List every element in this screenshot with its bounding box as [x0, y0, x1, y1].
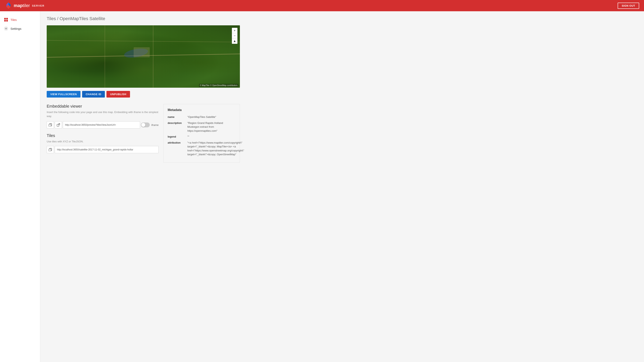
metadata-attribution-row: attribution "<a href=\"https://www.mapti…: [168, 141, 236, 156]
zoom-out-button[interactable]: −: [232, 33, 237, 38]
embed-url-row: iframe: [47, 121, 158, 128]
tiles-icon: [4, 18, 8, 22]
copy-icon: [49, 123, 52, 126]
metadata-attribution-val: "<a href=\"https://www.maptiler.com/copy…: [187, 141, 244, 156]
unpublish-button[interactable]: UNPUBLISH: [106, 91, 130, 97]
app-layout: Tiles Settings Tiles / OpenMapTiles Sate…: [0, 11, 644, 362]
metadata-name-key: name: [168, 115, 186, 119]
sign-out-button[interactable]: SIGN OUT: [618, 2, 639, 9]
compass-button[interactable]: ▲: [232, 38, 237, 44]
map-road-v2: [105, 25, 105, 88]
sidebar-tiles-label: Tiles: [10, 18, 17, 21]
metadata-title: Metadata: [168, 108, 236, 112]
zoom-in-button[interactable]: +: [232, 28, 237, 33]
app-header: maptiler SERVER SIGN OUT: [0, 0, 644, 11]
metadata-description-val: "Region Grand Rapids Holland Muskegon ex…: [187, 121, 236, 133]
embed-url-input[interactable]: [63, 121, 140, 128]
main-content: Tiles / OpenMapTiles Satellite + −: [40, 11, 644, 362]
tiles-section-title: Tiles: [47, 133, 158, 138]
metadata-legend-row: legend "": [168, 135, 236, 139]
metadata-legend-key: legend: [168, 135, 186, 139]
toggle-knob: [141, 123, 145, 127]
action-buttons: VIEW FULLSCREEN CHANGE ID UNPUBLISH: [47, 91, 638, 97]
logo-icon: [5, 2, 12, 9]
gear-icon: [4, 26, 8, 30]
svg-rect-7: [6, 18, 8, 19]
tiles-section-desc: Use tiles with XYZ or TileJSON.: [47, 140, 158, 144]
svg-point-10: [6, 28, 7, 29]
breadcrumb-separator: /: [56, 16, 60, 21]
svg-rect-8: [4, 20, 6, 21]
change-id-button[interactable]: CHANGE ID: [82, 91, 105, 97]
breadcrumb: Tiles / OpenMapTiles Satellite: [47, 16, 638, 21]
map-preview: + − ▲ © MapTiler © OpenStreetMap contrib…: [47, 25, 240, 88]
map-urban: [134, 47, 150, 57]
copy-tiles-button[interactable]: [47, 146, 54, 153]
lower-content: Embeddable viewer Insert the following c…: [47, 104, 240, 163]
copy-tiles-icon: [49, 148, 52, 151]
tiles-section: Tiles Use tiles with XYZ or TileJSON.: [47, 133, 158, 153]
svg-rect-9: [6, 20, 8, 21]
open-external-button[interactable]: [55, 121, 62, 128]
svg-rect-16: [49, 149, 51, 151]
sidebar-settings-label: Settings: [10, 27, 21, 30]
external-link-icon: [57, 123, 60, 126]
embeddable-viewer-desc: Insert the following code into your page…: [47, 110, 158, 118]
left-panel: Embeddable viewer Insert the following c…: [47, 104, 158, 163]
map-road-v: [153, 25, 153, 88]
metadata-description-key: description: [168, 121, 186, 133]
metadata-name-row: name "OpenMapTiles Satellite": [168, 115, 236, 119]
breadcrumb-parent: Tiles: [47, 16, 56, 21]
map-attribution: © MapTiler © OpenStreetMap contributors: [199, 84, 238, 87]
breadcrumb-current: OpenMapTiles Satellite: [60, 16, 105, 21]
iframe-label: iframe: [151, 123, 158, 126]
tiles-url-row: [47, 146, 158, 153]
embeddable-viewer-section: Embeddable viewer Insert the following c…: [47, 104, 158, 128]
copy-embed-button[interactable]: [47, 121, 54, 128]
metadata-attribution-key: attribution: [168, 141, 186, 156]
logo: maptiler SERVER: [5, 2, 44, 9]
view-fullscreen-button[interactable]: VIEW FULLSCREEN: [47, 91, 80, 97]
tiles-url-input[interactable]: [55, 146, 158, 153]
embeddable-viewer-title: Embeddable viewer: [47, 104, 158, 109]
svg-rect-6: [4, 18, 6, 19]
map-controls: + − ▲: [232, 28, 238, 44]
sidebar-item-tiles[interactable]: Tiles: [0, 15, 40, 24]
logo-text: maptiler: [14, 3, 30, 8]
sidebar: Tiles Settings: [0, 11, 40, 362]
metadata-description-row: description "Region Grand Rapids Holland…: [168, 121, 236, 133]
map-background: [47, 25, 240, 88]
iframe-toggle[interactable]: [141, 122, 150, 127]
logo-server-text: SERVER: [32, 4, 44, 7]
svg-rect-12: [49, 124, 51, 126]
metadata-panel: Metadata name "OpenMapTiles Satellite" d…: [164, 104, 240, 163]
metadata-legend-val: "": [187, 135, 189, 139]
metadata-name-val: "OpenMapTiles Satellite": [187, 115, 216, 119]
sidebar-item-settings[interactable]: Settings: [0, 24, 40, 33]
